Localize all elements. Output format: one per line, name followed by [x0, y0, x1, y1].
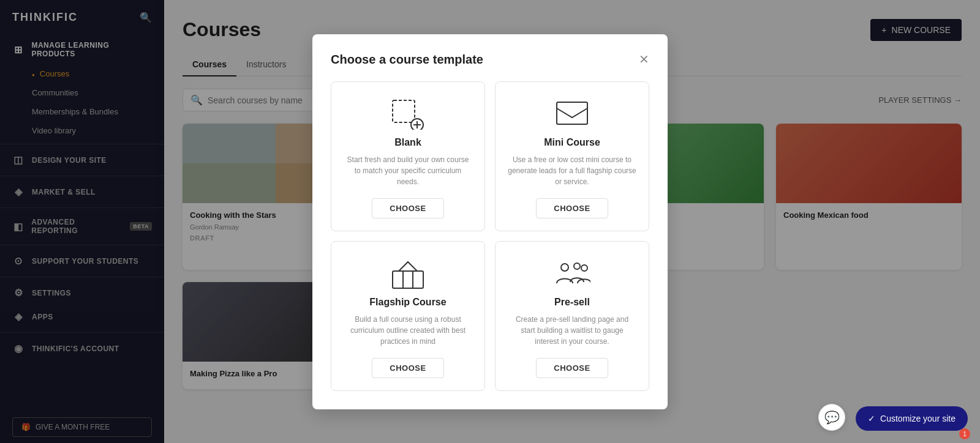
modal-overlay: Choose a course template ✕ Blank Start f…	[0, 0, 980, 443]
flagship-name: Flagship Course	[369, 297, 446, 308]
customize-badge: 1	[959, 428, 970, 439]
blank-template-icon	[390, 99, 426, 130]
mini-course-name: Mini Course	[544, 137, 600, 148]
chat-button[interactable]: 💬	[818, 404, 845, 431]
pre-sell-desc: Create a pre-sell landing page and start…	[508, 314, 636, 347]
pre-sell-icon	[554, 259, 590, 289]
customize-site-button[interactable]: ✓ Customize your site	[856, 406, 968, 431]
template-card-flagship: Flagship Course Build a full course usin…	[331, 241, 485, 391]
pre-sell-name: Pre-sell	[554, 297, 590, 308]
template-modal: Choose a course template ✕ Blank Start f…	[312, 34, 668, 409]
svg-rect-0	[393, 100, 415, 122]
template-card-pre-sell: Pre-sell Create a pre-sell landing page …	[495, 241, 649, 391]
blank-template-name: Blank	[394, 137, 421, 148]
modal-title: Choose a course template	[331, 53, 483, 67]
customize-label: Customize your site	[880, 414, 956, 423]
blank-choose-button[interactable]: CHOOSE	[372, 198, 443, 218]
template-card-blank: Blank Start fresh and build your own cou…	[331, 81, 485, 231]
template-card-mini-course: Mini Course Use a free or low cost mini …	[495, 81, 649, 231]
checkmark-icon: ✓	[868, 414, 875, 423]
svg-point-10	[581, 265, 587, 271]
svg-rect-5	[393, 271, 423, 288]
mini-course-desc: Use a free or low cost mini course to ge…	[508, 154, 636, 187]
flagship-desc: Build a full course using a robust curri…	[344, 314, 472, 347]
pre-sell-choose-button[interactable]: CHOOSE	[536, 358, 608, 378]
mini-course-choose-button[interactable]: CHOOSE	[536, 198, 608, 218]
svg-point-9	[574, 263, 580, 269]
modal-header: Choose a course template ✕	[331, 53, 649, 67]
mini-course-icon	[554, 99, 590, 130]
modal-close-button[interactable]: ✕	[639, 53, 649, 65]
flagship-choose-button[interactable]: CHOOSE	[372, 358, 443, 378]
svg-rect-4	[557, 102, 587, 124]
template-grid: Blank Start fresh and build your own cou…	[331, 81, 649, 391]
blank-template-desc: Start fresh and build your own course to…	[344, 154, 472, 187]
flagship-course-icon	[390, 259, 426, 289]
svg-point-8	[561, 264, 568, 271]
chat-icon: 💬	[824, 410, 840, 425]
